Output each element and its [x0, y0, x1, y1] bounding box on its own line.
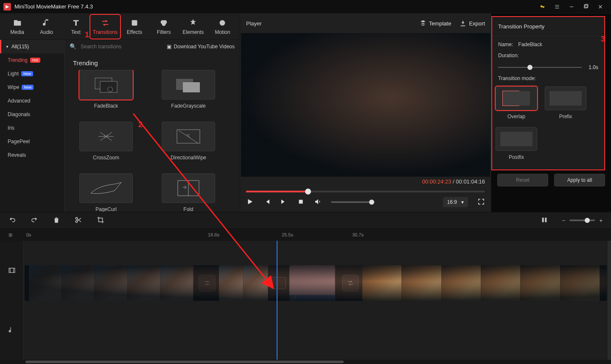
app-icon: ▶ [3, 3, 11, 11]
minimize-icon[interactable] [564, 0, 579, 14]
stop-icon[interactable] [297, 198, 305, 207]
youtube-icon: ▣ [167, 44, 171, 50]
category-iris[interactable]: Iris [0, 121, 64, 135]
svg-point-6 [220, 20, 225, 25]
ruler-mark: 30.7s [352, 232, 364, 237]
time-current: 00:00:24:23 [422, 178, 451, 185]
svg-rect-8 [100, 81, 117, 92]
transition-slot-1[interactable] [199, 275, 216, 292]
tab-effects[interactable]: Effects [120, 15, 149, 39]
transition-crosszoom[interactable]: CrossZoom [72, 122, 140, 161]
timeline-ruler[interactable]: ⊞ 0s 18.8s 25.5s 30.7s [0, 229, 611, 241]
tab-audio[interactable]: Audio [32, 15, 61, 39]
transition-applied[interactable] [271, 277, 286, 289]
transition-slot-2[interactable] [342, 275, 359, 292]
snap-icon[interactable] [541, 217, 548, 225]
svg-rect-0 [584, 5, 587, 8]
export-button[interactable]: Export [460, 20, 485, 27]
chevron-down-icon: ▾ [461, 199, 464, 205]
search-input[interactable] [81, 44, 163, 50]
delete-icon[interactable] [53, 216, 60, 225]
category-diagonals[interactable]: Diagonals [0, 108, 64, 121]
tab-elements[interactable]: Elements [179, 15, 208, 39]
clip-1[interactable] [29, 265, 193, 301]
transition-fold[interactable]: Fold [154, 173, 222, 212]
svg-rect-17 [9, 268, 15, 273]
zoom-out-icon[interactable]: − [562, 217, 566, 224]
category-trending[interactable]: TrendingHot [0, 53, 64, 67]
name-value: FadeBlack [518, 42, 542, 47]
mode-postfix[interactable]: Postfix [496, 127, 537, 160]
maximize-icon[interactable] [579, 0, 593, 14]
undo-icon[interactable] [8, 216, 16, 225]
crop-icon[interactable] [97, 216, 104, 225]
transition-pagecurl[interactable]: PageCurl [72, 173, 140, 212]
video-track-icon[interactable] [0, 241, 23, 300]
library-toolbar: Media Audio Text Transitions Effects Fil… [0, 14, 240, 40]
player-panel: Player Template Export 00:00:24:23 / 00:… [240, 14, 491, 212]
transition-fadeblack[interactable]: FadeBlack [72, 70, 140, 109]
next-icon[interactable] [280, 198, 288, 207]
add-track-icon[interactable]: ⊞ [8, 232, 12, 238]
zoom-in-icon[interactable]: + [599, 217, 603, 224]
transition-grid-area: 🔍 ▣ Download YouTube Videos Trending Fad… [64, 40, 240, 212]
reset-button[interactable]: Reset [497, 174, 548, 186]
grid-section-title: Trending [64, 53, 240, 70]
volume-icon[interactable] [314, 198, 322, 207]
mode-prefix[interactable]: Prefix [545, 86, 586, 119]
close-icon[interactable] [593, 0, 608, 14]
aspect-select[interactable]: 16:9▾ [443, 197, 468, 207]
titlebar: ▶ MiniTool MovieMaker Free 7.4.3 [0, 0, 611, 14]
name-label: Name: [498, 42, 513, 47]
duration-value: 1.0s [589, 64, 598, 70]
mode-label: Transition mode: [498, 75, 536, 81]
search-icon: 🔍 [70, 43, 76, 50]
tab-text[interactable]: Text [61, 15, 90, 39]
tab-media[interactable]: Media [3, 15, 32, 39]
split-icon[interactable] [75, 216, 82, 225]
audio-track-icon[interactable] [0, 300, 23, 360]
category-light[interactable]: LightNew [0, 67, 64, 81]
time-total: 00:01:04:16 [456, 178, 485, 185]
svg-rect-12 [299, 200, 303, 203]
seek-bar[interactable] [246, 191, 485, 192]
clip-4[interactable] [362, 265, 600, 301]
tab-motion[interactable]: Motion [208, 15, 237, 39]
clip-3[interactable]: 🔊 [289, 265, 335, 301]
zoom-slider[interactable] [569, 220, 595, 221]
mode-overlap[interactable]: Overlap [496, 86, 537, 119]
menu-icon[interactable] [550, 0, 564, 14]
fullscreen-icon[interactable] [477, 198, 485, 207]
category-advanced[interactable]: Advanced [0, 94, 64, 108]
redo-icon[interactable] [31, 216, 38, 225]
duration-slider[interactable]: 1.0s [498, 64, 598, 70]
apply-all-button[interactable]: Apply to all [554, 174, 605, 186]
prev-icon[interactable] [263, 198, 271, 207]
license-key-icon[interactable] [535, 0, 550, 14]
clip-audio-icon: 🔊 [291, 296, 296, 301]
category-wipe[interactable]: WipeNew [0, 81, 64, 94]
volume-slider[interactable] [331, 201, 372, 203]
tab-filters[interactable]: Filters [149, 15, 179, 39]
svg-rect-15 [542, 217, 544, 222]
transition-directionalwipe[interactable]: DirectionalWipe [154, 122, 222, 161]
category-all[interactable]: All(115) [0, 40, 64, 53]
template-button[interactable]: Template [420, 20, 451, 27]
ruler-mark: 25.5s [282, 232, 293, 237]
category-reveals[interactable]: Reveals [0, 148, 64, 162]
category-pagepeel[interactable]: PagePeel [0, 135, 64, 148]
vertical-scrollbar[interactable] [608, 241, 611, 360]
svg-point-5 [162, 22, 166, 26]
timeline-area: − + ⊞ 0s 18.8s 25.5s 30.7s 🔊 [0, 212, 611, 364]
horizontal-scrollbar[interactable] [0, 360, 611, 364]
tab-transitions[interactable]: Transitions [90, 15, 120, 39]
play-icon[interactable] [246, 198, 254, 207]
transition-fadegrayscale[interactable]: FadeGrayscale [154, 70, 222, 109]
video-preview[interactable] [241, 33, 490, 177]
clip-2[interactable] [219, 265, 268, 301]
svg-rect-1 [585, 4, 588, 7]
app-title: MiniTool MovieMaker Free 7.4.3 [14, 3, 535, 10]
playhead[interactable] [277, 241, 277, 360]
download-youtube-link[interactable]: ▣ Download YouTube Videos [167, 44, 235, 50]
svg-rect-16 [545, 217, 547, 222]
